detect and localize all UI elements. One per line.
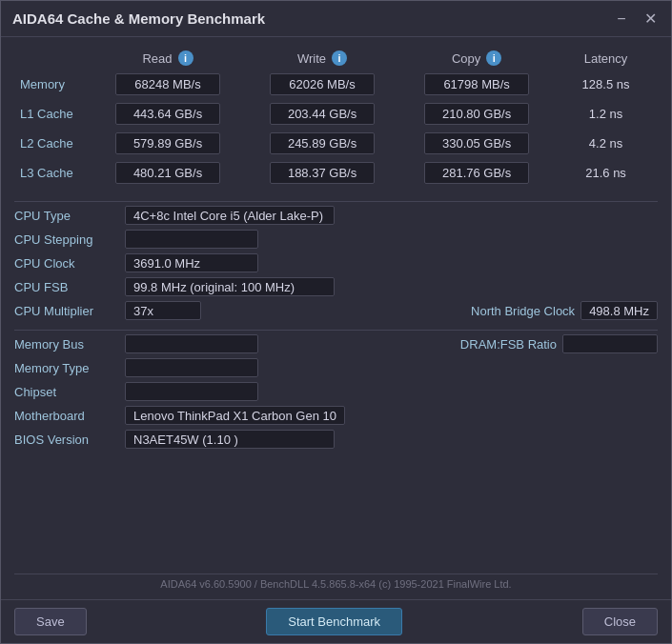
chipset-row: Chipset [14,382,658,401]
cpu-fsb-value: 99.8 MHz (original: 100 MHz) [125,277,335,296]
row-copy-1: 210.80 GB/s [399,99,554,129]
row-label-1: L1 Cache [14,99,91,129]
row-label-2: L2 Cache [14,129,91,158]
content-area: Read i Write i Copy i [1,37,671,599]
cpu-stepping-label: CPU Stepping [14,232,119,247]
memory-info-block: Memory Bus DRAM:FSB Ratio Memory Type [14,334,658,451]
divider-1 [14,201,658,202]
title-bar: AIDA64 Cache & Memory Benchmark − ✕ [1,1,671,37]
cpu-stepping-value [125,230,258,249]
write-info-icon[interactable]: i [332,50,347,66]
table-row: L3 Cache 480.21 GB/s 188.37 GB/s 281.76 … [14,158,658,188]
row-write-3: 188.37 GB/s [245,158,399,188]
col-header-write: Write i [245,47,399,70]
main-window: AIDA64 Cache & Memory Benchmark − ✕ Read… [0,0,672,644]
memory-type-row: Memory Type [14,358,658,377]
memory-bus-value [125,334,258,353]
bottom-bar: Save Start Benchmark Close [1,599,671,643]
motherboard-row: Motherboard Lenovo ThinkPad X1 Carbon Ge… [14,406,658,425]
row-read-0: 68248 MB/s [91,70,245,99]
memory-type-label: Memory Type [14,361,119,375]
minimize-button[interactable]: − [612,11,631,27]
cpu-clock-row: CPU Clock 3691.0 MHz [14,253,658,272]
read-info-icon[interactable]: i [178,50,193,66]
bios-label: BIOS Version [14,433,119,447]
table-row: Memory 68248 MB/s 62026 MB/s 61798 MB/s … [14,70,658,99]
close-button[interactable]: ✕ [641,11,660,27]
row-latency-1: 1.2 ns [554,99,658,129]
bios-row: BIOS Version N3AET45W (1.10 ) [14,430,658,449]
cpu-multiplier-row: CPU Multiplier 37x North Bridge Clock 49… [14,301,658,320]
cpu-multiplier-label: CPU Multiplier [14,304,119,318]
row-read-1: 443.64 GB/s [91,99,245,129]
dram-fsb-value [562,334,658,353]
motherboard-value: Lenovo ThinkPad X1 Carbon Gen 10 [125,406,345,425]
row-label-3: L3 Cache [14,158,91,188]
memory-bus-label: Memory Bus [14,337,119,352]
benchmark-table: Read i Write i Copy i [14,47,658,188]
save-button[interactable]: Save [14,608,87,635]
col-header-latency: Latency [554,47,658,70]
chipset-label: Chipset [14,385,119,399]
row-copy-3: 281.76 GB/s [399,158,554,188]
row-read-3: 480.21 GB/s [91,158,245,188]
cpu-stepping-row: CPU Stepping [14,230,658,249]
row-label-0: Memory [14,70,91,99]
table-row: L2 Cache 579.89 GB/s 245.89 GB/s 330.05 … [14,129,658,158]
row-latency-3: 21.6 ns [554,158,658,188]
north-bridge-value: 498.8 MHz [580,301,658,320]
cpu-fsb-label: CPU FSB [14,280,119,294]
col-header-read: Read i [91,47,245,70]
cpu-clock-value: 3691.0 MHz [125,253,258,272]
row-write-1: 203.44 GB/s [245,99,399,129]
dram-fsb-label: DRAM:FSB Ratio [460,337,557,352]
north-bridge-label: North Bridge Clock [471,304,575,318]
row-latency-0: 128.5 ns [554,70,658,99]
cpu-type-row: CPU Type 4C+8c Intel Core i5 (Alder Lake… [14,206,658,225]
col-header-label [14,47,91,70]
cpu-clock-label: CPU Clock [14,256,119,271]
row-read-2: 579.89 GB/s [91,129,245,158]
cpu-type-label: CPU Type [14,209,119,223]
footer-text: AIDA64 v6.60.5900 / BenchDLL 4.5.865.8-x… [14,574,658,594]
memory-type-value [125,358,258,377]
divider-2 [14,330,658,331]
cpu-type-value: 4C+8c Intel Core i5 (Alder Lake-P) [125,206,335,225]
row-copy-2: 330.05 GB/s [399,129,554,158]
window-title: AIDA64 Cache & Memory Benchmark [12,10,265,27]
cpu-fsb-row: CPU FSB 99.8 MHz (original: 100 MHz) [14,277,658,296]
copy-info-icon[interactable]: i [486,50,501,66]
close-button-bottom[interactable]: Close [582,608,658,635]
row-write-2: 245.89 GB/s [245,129,399,158]
start-benchmark-button[interactable]: Start Benchmark [266,608,402,635]
cpu-info-block: CPU Type 4C+8c Intel Core i5 (Alder Lake… [14,206,658,322]
row-write-0: 62026 MB/s [245,70,399,99]
bios-value: N3AET45W (1.10 ) [125,430,335,449]
col-header-copy: Copy i [399,47,554,70]
cpu-multiplier-value: 37x [125,301,201,320]
window-controls: − ✕ [612,11,660,27]
row-copy-0: 61798 MB/s [399,70,554,99]
row-latency-2: 4.2 ns [554,129,658,158]
table-row: L1 Cache 443.64 GB/s 203.44 GB/s 210.80 … [14,99,658,129]
motherboard-label: Motherboard [14,409,119,423]
chipset-value [125,382,258,401]
memory-bus-row: Memory Bus DRAM:FSB Ratio [14,334,658,353]
